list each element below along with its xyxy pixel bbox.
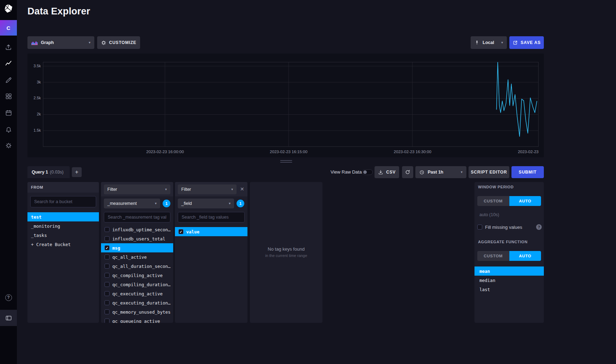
checkbox-icon <box>105 300 109 305</box>
tag-key-label: _measurement <box>107 201 137 206</box>
aggregate-custom-button[interactable]: CUSTOM <box>477 251 509 261</box>
chevron-down-icon: ▾ <box>461 170 463 174</box>
measurement-item[interactable]: qc_executing_active <box>101 289 173 298</box>
window-auto-button[interactable]: AUTO <box>509 196 541 206</box>
chevron-down-icon: ▾ <box>165 188 167 191</box>
influxdb-logo-icon <box>4 4 13 13</box>
bucket-search-input[interactable] <box>30 196 96 207</box>
measurement-item[interactable]: qc_all_active <box>101 252 173 262</box>
filter-type-label: Filter <box>181 187 191 192</box>
field-item[interactable]: value <box>175 227 247 236</box>
bucket-item[interactable]: _monitoring <box>27 221 99 231</box>
window-auto-value: auto (10s) <box>479 212 499 217</box>
csv-label: CSV <box>386 170 396 175</box>
y-axis-tick: 3.5k <box>27 64 41 68</box>
filter-type-dropdown[interactable]: Filter ▾ <box>104 184 170 194</box>
local-label: Local <box>483 40 494 45</box>
y-axis-tick: 2.5k <box>27 96 41 100</box>
measurement-item[interactable]: qc_compiling_duration… <box>101 280 173 289</box>
refresh-icon <box>405 169 410 175</box>
csv-download-button[interactable]: CSV <box>375 166 399 178</box>
close-icon[interactable]: ✕ <box>240 187 244 192</box>
time-range-label: Past 1h <box>428 170 443 175</box>
sidebar-item-help[interactable]: ? <box>0 293 17 302</box>
sidebar-item-data-explorer[interactable] <box>0 59 17 68</box>
time-range-dropdown[interactable]: Past 1h ▾ <box>415 166 466 178</box>
clock-icon <box>419 170 425 175</box>
empty-tag-panel: No tag keys found in the current time ra… <box>250 182 322 323</box>
measurement-item[interactable]: qc_memory_unused_bytes <box>101 307 173 316</box>
checkbox-icon <box>105 236 109 241</box>
customize-button[interactable]: CUSTOMIZE <box>97 36 140 49</box>
fill-missing-values-row[interactable]: Fill missing values <box>477 224 541 230</box>
aggregate-function-item[interactable]: mean <box>474 266 544 276</box>
data-explorer-page: C <box>0 0 616 364</box>
checkbox-icon <box>105 227 109 232</box>
gear-icon <box>101 40 106 45</box>
view-raw-data-toggle[interactable] <box>362 169 373 175</box>
pencil-icon <box>5 77 12 83</box>
checkbox-icon[interactable] <box>477 225 482 230</box>
toggle-knob <box>363 170 367 174</box>
view-type-label: Graph <box>41 40 54 45</box>
chevron-down-icon: ▾ <box>89 41 90 44</box>
filter-type-dropdown[interactable]: Filter ▾ <box>178 184 237 194</box>
measurement-item[interactable]: influxdb_users_total <box>101 234 173 243</box>
aggregate-auto-button[interactable]: AUTO <box>509 251 541 261</box>
submit-label: SUBMIT <box>519 170 537 175</box>
resize-handle[interactable] <box>280 160 292 164</box>
measurement-item[interactable]: qc_compiling_active <box>101 271 173 280</box>
refresh-button[interactable] <box>402 166 413 178</box>
org-avatar[interactable]: C <box>0 20 17 36</box>
sidebar-item-toggle[interactable] <box>0 310 17 326</box>
x-axis-tick: 2023-02-23 16:15:00 <box>264 150 313 154</box>
aggregate-segmented: CUSTOM AUTO <box>477 251 541 261</box>
tag-key-dropdown[interactable]: _measurement ▾ <box>104 199 160 208</box>
measurement-item[interactable]: qc_all_duration_secon… <box>101 262 173 271</box>
sidebar-item-notebooks[interactable] <box>0 76 17 84</box>
checkbox-icon <box>105 255 109 259</box>
bucket-item[interactable]: test <box>27 212 99 221</box>
create-bucket-item[interactable]: + Create Bucket <box>27 240 99 249</box>
measurement-item[interactable]: qc_executing_duration… <box>101 298 173 307</box>
sidebar-item-alerts[interactable] <box>0 125 17 133</box>
help-icon[interactable]: ? <box>536 224 542 230</box>
sidebar-toggle-icon <box>5 315 12 321</box>
script-editor-button[interactable]: SCRIPT EDITOR <box>469 166 509 178</box>
bucket-item[interactable]: _tasks <box>27 231 99 240</box>
sidebar-item-home[interactable] <box>0 0 17 17</box>
y-axis-tick: 2k <box>27 112 41 116</box>
measurement-item[interactable]: influxdb_uptime_secon… <box>101 225 173 234</box>
selected-count-badge: 1 <box>237 200 244 207</box>
sidebar-item-dashboards[interactable] <box>0 92 17 100</box>
add-query-button[interactable]: + <box>72 167 82 177</box>
sidebar-item-load-data[interactable] <box>0 43 17 51</box>
submit-button[interactable]: SUBMIT <box>511 166 544 178</box>
query-tab-label: Query 1 <box>32 170 48 175</box>
chart-canvas[interactable] <box>43 62 539 147</box>
view-raw-data-label: View Raw Data <box>331 169 362 175</box>
aggregate-function-item[interactable]: last <box>474 285 544 294</box>
tag-key-dropdown[interactable]: _field ▾ <box>178 199 234 208</box>
sidebar-item-tasks[interactable] <box>0 108 17 117</box>
window-period-segmented: CUSTOM AUTO <box>477 196 541 206</box>
local-dropdown[interactable]: Local ▾ <box>471 36 507 49</box>
save-as-button[interactable]: SAVE AS <box>509 36 544 49</box>
checkbox-icon <box>105 291 109 296</box>
bell-icon <box>5 126 12 133</box>
filter-type-label: Filter <box>107 187 117 192</box>
measurement-item[interactable]: qc_queueing_active <box>101 316 173 323</box>
chevron-down-icon: ▾ <box>501 41 503 44</box>
measurement-item[interactable]: msg <box>101 243 173 252</box>
aggregate-function-item[interactable]: median <box>474 276 544 285</box>
view-type-dropdown[interactable]: Graph ▾ <box>27 36 94 49</box>
measurement-search-input[interactable] <box>104 212 170 222</box>
pin-icon <box>474 40 479 45</box>
window-custom-button[interactable]: CUSTOM <box>477 196 509 206</box>
sidebar-item-settings[interactable] <box>0 141 17 150</box>
field-search-input[interactable] <box>178 212 245 222</box>
page-title: Data Explorer <box>27 6 90 17</box>
checkbox-icon <box>105 273 109 278</box>
empty-state-subtitle: in the current time range <box>250 253 322 258</box>
query-tab[interactable]: Query 1 (0.03s) <box>27 166 70 178</box>
